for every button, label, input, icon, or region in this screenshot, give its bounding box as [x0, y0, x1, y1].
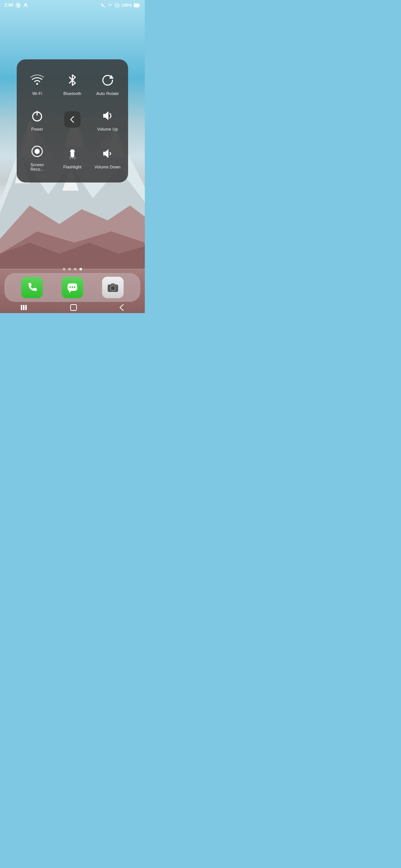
- bluetooth-icon: [64, 72, 81, 88]
- svg-point-12: [25, 3, 27, 6]
- wifi-icon: [29, 72, 45, 88]
- volume-down-label: Volume Down: [95, 165, 121, 169]
- status-right: 100%: [101, 3, 140, 8]
- volume-down-icon: [100, 145, 116, 162]
- qs-power[interactable]: Power: [21, 102, 53, 135]
- nav-bar: [0, 303, 145, 313]
- screen-record-label: Screen Reco...: [23, 162, 51, 171]
- wifi-label: Wi-Fi: [32, 91, 42, 96]
- qs-volume-up[interactable]: Volume Up: [91, 102, 124, 135]
- svg-rect-42: [21, 305, 22, 310]
- qs-wifi[interactable]: Wi-Fi: [21, 67, 53, 99]
- dock: [4, 273, 140, 302]
- volume-up-icon: [100, 108, 116, 124]
- battery-text: 100%: [121, 3, 132, 7]
- dot-3: [74, 268, 76, 270]
- svg-point-36: [74, 286, 75, 288]
- quick-panel: Wi-Fi Bluetooth Auto Rotate: [17, 59, 128, 183]
- svg-point-24: [35, 149, 40, 154]
- back-nav-button[interactable]: [111, 302, 131, 313]
- svg-rect-45: [71, 305, 76, 310]
- qs-back-button[interactable]: [56, 102, 89, 135]
- svg-point-35: [72, 286, 73, 288]
- battery-icon: [134, 3, 140, 7]
- svg-rect-17: [139, 4, 140, 6]
- dock-phone-app[interactable]: [21, 277, 43, 298]
- svg-line-28: [70, 158, 71, 159]
- qs-flashlight[interactable]: Flashlight: [56, 138, 89, 175]
- svg-point-34: [69, 286, 71, 288]
- svg-line-30: [69, 157, 70, 158]
- flashlight-icon: [64, 145, 81, 162]
- volume-up-label: Volume Up: [97, 127, 118, 131]
- svg-rect-25: [71, 152, 74, 157]
- dock-camera-app[interactable]: [102, 277, 124, 298]
- svg-point-39: [111, 287, 114, 290]
- svg-line-29: [74, 158, 75, 159]
- back-icon: [64, 111, 81, 128]
- status-bar: 2:00 100%: [0, 0, 145, 10]
- svg-point-11: [17, 4, 19, 6]
- qs-screen-record[interactable]: Screen Reco...: [21, 138, 53, 175]
- status-left: 2:00: [4, 3, 28, 8]
- dnd-icon: [115, 3, 120, 8]
- dot-4-active: [79, 268, 82, 270]
- page-dots: [0, 268, 145, 270]
- svg-rect-43: [23, 305, 25, 310]
- screen-record-icon: [29, 143, 45, 160]
- qs-volume-down[interactable]: Volume Down: [91, 138, 124, 175]
- wifi-status-icon: [107, 3, 113, 7]
- qs-auto-rotate[interactable]: Auto Rotate: [91, 67, 124, 99]
- flashlight-label: Flashlight: [63, 165, 81, 169]
- svg-rect-18: [134, 4, 139, 7]
- svg-marker-26: [70, 149, 75, 152]
- auto-rotate-label: Auto Rotate: [97, 91, 119, 96]
- svg-point-19: [36, 83, 38, 85]
- svg-point-41: [115, 285, 117, 286]
- bluetooth-label: Bluetooth: [63, 91, 81, 96]
- auto-rotate-icon: [100, 72, 116, 88]
- svg-rect-44: [25, 305, 27, 310]
- mute-icon: [101, 3, 105, 8]
- dock-messages-app[interactable]: [62, 277, 83, 298]
- dot-1: [63, 268, 65, 270]
- power-icon: [29, 108, 45, 124]
- qs-bluetooth[interactable]: Bluetooth: [56, 67, 89, 99]
- svg-rect-40: [111, 283, 115, 285]
- user-icon: [23, 3, 28, 8]
- home-button[interactable]: [63, 303, 84, 312]
- power-label: Power: [31, 127, 43, 131]
- time: 2:00: [4, 3, 13, 8]
- recent-apps-button[interactable]: [13, 303, 36, 312]
- svg-marker-33: [69, 291, 71, 293]
- qs-grid: Wi-Fi Bluetooth Auto Rotate: [21, 67, 124, 175]
- svg-line-31: [75, 157, 76, 158]
- dot-2: [68, 268, 71, 270]
- screen-record-status-icon: [16, 3, 21, 8]
